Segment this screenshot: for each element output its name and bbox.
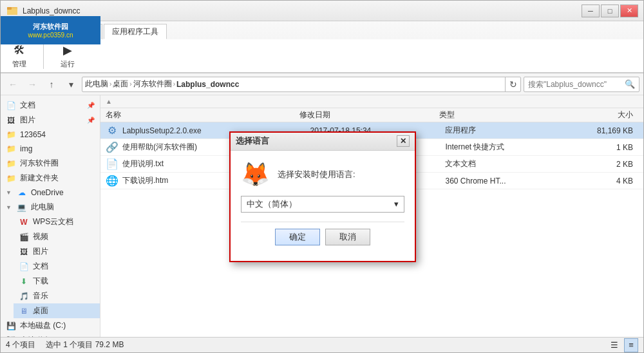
ribbon-separator-1 [43, 43, 44, 69]
dialog-buttons: 确定 取消 [241, 222, 404, 251]
col-header-date[interactable]: 修改日期 [299, 110, 439, 120]
exe-icon: ⚙ [106, 124, 118, 137]
watermark-url: www.pc0359.cn [28, 32, 73, 39]
sidebar-item-newfolder[interactable]: 📁 新建文件夹 [1, 171, 100, 186]
sidebar-item-hedong[interactable]: 📁 河东软件圈 [1, 156, 100, 171]
watermark: 河东软件园 www.pc0359.cn [1, 16, 100, 44]
sidebar-item-documents[interactable]: 📄 文档 📌 [1, 98, 100, 113]
file-size-download: 4 KB [558, 176, 638, 186]
view-list-button[interactable]: ☰ [607, 338, 621, 352]
statusbar: 4 个项目 选中 1 个项目 79.2 MB ☰ ≡ [1, 337, 643, 352]
dialog-close-button[interactable]: ✕ [397, 135, 410, 147]
refresh-button[interactable]: ↻ [505, 77, 520, 92]
sidebar-item-images[interactable]: 🖼 图片 📌 [1, 113, 100, 128]
address-segment-desktop[interactable]: 桌面 [113, 79, 128, 90]
sidebar-item-docs[interactable]: 📄 文档 [14, 259, 100, 274]
file-size-help: 1 KB [558, 143, 638, 152]
back-button[interactable]: ← [5, 76, 21, 93]
dialog-ok-button[interactable]: 确定 [275, 229, 320, 245]
address-bar[interactable]: 此电脑 › 桌面 › 河东软件圈 › Labplus_downcc ↻ [82, 77, 521, 92]
address-segment-hedong[interactable]: 河东软件圈 [133, 79, 172, 90]
dialog-dropdown-value: 中文（简体） [247, 198, 297, 210]
col-header-type[interactable]: 类型 [439, 110, 556, 120]
search-input[interactable] [528, 80, 622, 89]
watermark-line1: 河东软件园 [33, 22, 68, 32]
file-size-readme: 2 KB [558, 160, 638, 169]
folder-new-icon: 📁 [6, 173, 16, 184]
dialog-titlebar: 选择语言 ✕ [231, 133, 415, 151]
file-type-help: Internet 快捷方式 [445, 142, 558, 153]
manage-label: 管理 [12, 59, 26, 69]
onedrive-icon: ☁ [17, 187, 27, 198]
dialog-body: 🦊 选择安装时使用语言: 中文（简体） ▾ 确定 取消 [231, 151, 415, 261]
txt-icon: 📄 [106, 158, 118, 171]
svg-rect-2 [7, 7, 12, 10]
tab-apptools[interactable]: 应用程序工具 [104, 24, 167, 39]
up-button[interactable]: ↑ [43, 76, 60, 93]
sidebar-item-img[interactable]: 📁 img [1, 142, 100, 156]
sidebar-item-pictures[interactable]: 🖼 图片 [14, 244, 100, 259]
maximize-button[interactable]: □ [601, 5, 619, 17]
sidebar-item-diskc[interactable]: 💾 本地磁盘 (C:) [1, 318, 100, 333]
filelist-header: 名称 修改日期 类型 大小 [100, 108, 643, 122]
folder-hedong-icon: 📁 [6, 158, 16, 169]
item-count: 4 个项目 [6, 339, 35, 350]
sidebar-item-123654[interactable]: 📁 123654 [1, 128, 100, 142]
close-button[interactable]: ✕ [620, 5, 638, 17]
htm-icon: 🌐 [106, 175, 118, 187]
dialog-select-language: 选择语言 ✕ 🦊 选择安装时使用语言: 中文（简体） ▾ 确定 取消 [229, 131, 416, 262]
address-segment-current[interactable]: Labplus_downcc [176, 80, 239, 89]
music-icon: 🎵 [19, 291, 29, 301]
dropdown-arrow-icon: ▾ [394, 199, 399, 209]
images-icon: 🖼 [6, 115, 16, 126]
video-icon: 🎬 [19, 232, 29, 242]
sidebar-item-thispc[interactable]: ▼ 💻 此电脑 [1, 200, 100, 215]
sidebar-item-desktop[interactable]: 🖥 桌面 [14, 303, 100, 318]
sidebar-item-downloads[interactable]: ⬇ 下载 [14, 274, 100, 289]
file-type-download: 360 Chrome HT... [445, 176, 558, 186]
dialog-fox-icon: 🦊 [241, 161, 270, 188]
address-parts: 此电脑 › 桌面 › 河东软件圈 › Labplus_downcc [82, 79, 505, 90]
view-detail-button[interactable]: ≡ [624, 338, 638, 352]
manage-icon: 🛠 [12, 43, 27, 58]
dialog-icon-row: 🦊 选择安装时使用语言: [241, 161, 404, 188]
file-type-readme: 文本文档 [445, 158, 558, 169]
dialog-message: 选择安装时使用语言: [278, 169, 355, 180]
run-icon: ▶ [60, 43, 75, 58]
selected-info: 选中 1 个项目 79.2 MB [46, 339, 124, 350]
sidebar: 📄 文档 📌 🖼 图片 📌 📁 123654 📁 img 📁 河东软件圈 [1, 95, 100, 337]
dialog-title: 选择语言 [236, 135, 397, 147]
downloads-icon: ⬇ [19, 276, 29, 287]
col-header-size[interactable]: 大小 [556, 110, 638, 120]
thispc-icon: 💻 [17, 202, 27, 213]
file-size-setup: 81,169 KB [558, 126, 638, 135]
wps-icon: W [19, 217, 29, 227]
search-box[interactable]: 🔍 [524, 77, 639, 92]
desktop-icon: 🖥 [19, 306, 29, 316]
dialog-cancel-button[interactable]: 取消 [325, 229, 370, 245]
pictures-icon: 🖼 [19, 247, 29, 257]
recent-button[interactable]: ▾ [62, 76, 79, 93]
folder-123654-icon: 📁 [6, 129, 16, 140]
dialog-language-dropdown[interactable]: 中文（简体） ▾ [241, 196, 404, 213]
address-segment-pc[interactable]: 此电脑 [85, 79, 108, 90]
docs-icon: 📄 [19, 262, 29, 272]
titlebar-title: Labplus_downcc [23, 6, 582, 15]
search-icon[interactable]: 🔍 [625, 79, 635, 89]
lnk-icon: 🔗 [106, 141, 118, 154]
sidebar-item-wps[interactable]: W WPS云文档 [14, 215, 100, 229]
sidebar-item-video[interactable]: 🎬 视频 [14, 229, 100, 244]
documents-icon: 📄 [6, 100, 16, 111]
folder-img-icon: 📁 [6, 144, 16, 154]
sidebar-item-music[interactable]: 🎵 音乐 [14, 289, 100, 303]
statusbar-right: ☰ ≡ [607, 338, 638, 352]
minimize-button[interactable]: ─ [582, 5, 600, 17]
col-header-name[interactable]: 名称 [106, 110, 299, 120]
forward-button[interactable]: → [24, 76, 41, 93]
diskc-icon: 💾 [6, 321, 16, 331]
sidebar-item-onedrive[interactable]: ▼ ☁ OneDrive [1, 186, 100, 200]
navbar: ← → ↑ ▾ 此电脑 › 桌面 › 河东软件圈 › Labplus_downc… [1, 73, 643, 95]
sort-row: ▲ [100, 95, 643, 108]
titlebar-icon [6, 5, 19, 17]
file-type-setup: 应用程序 [445, 125, 558, 136]
